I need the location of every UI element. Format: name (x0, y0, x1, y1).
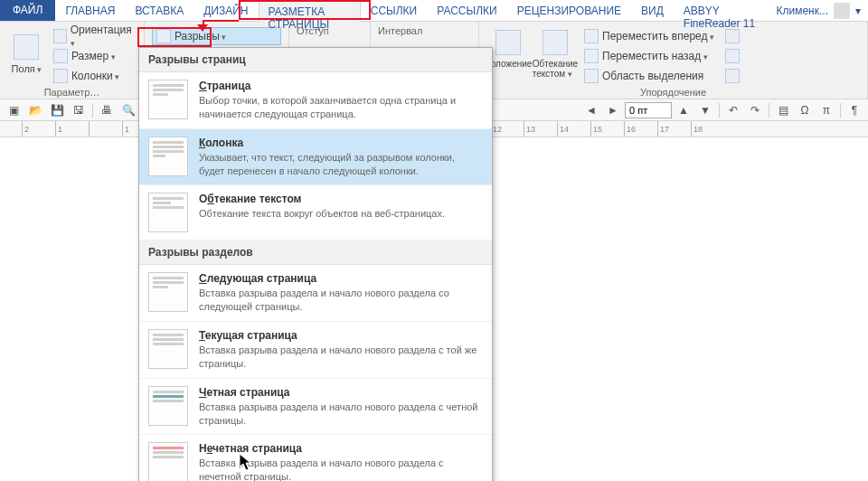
menu-desc: Вставка разрыва раздела и начало нового … (199, 457, 483, 481)
wrap-text-button[interactable]: Обтекание текстом (533, 25, 577, 83)
menu-title: Четная страница (199, 386, 483, 399)
selection-pane-button[interactable]: Область выделения (580, 67, 718, 85)
bring-forward-icon (584, 29, 599, 43)
tab-insert[interactable]: ВСТАВКА (125, 0, 193, 21)
menu-desc: Вставка разрыва раздела и начало нового … (199, 287, 483, 314)
qat-pilcrow-icon[interactable]: ¶ (844, 101, 864, 119)
tab-page-layout[interactable]: РАЗМЕТКА СТРАНИЦЫ (259, 1, 361, 22)
columns-button[interactable]: Колонки (50, 67, 137, 85)
qat-open-icon[interactable]: 📂 (25, 101, 45, 119)
ruler-mark: 1 (55, 121, 89, 137)
next-page-thumb (148, 272, 188, 312)
bring-forward-button[interactable]: Переместить вперед (580, 27, 718, 45)
ruler-mark: 15 (590, 121, 624, 137)
breaks-button[interactable]: Разрывы (152, 27, 281, 45)
separator (92, 103, 93, 118)
menu-desc: Вставка разрыва раздела и начало нового … (199, 344, 483, 371)
avatar (834, 3, 850, 19)
spacing-header: Интервал (378, 25, 471, 36)
menu-title: Нечетная страница (199, 442, 483, 455)
orientation-icon (53, 29, 67, 43)
rotate-icon (725, 69, 740, 83)
tab-references[interactable]: ССЫЛКИ (361, 0, 427, 21)
qat-preview-icon[interactable]: 🔍 (118, 101, 138, 119)
section-header-page-breaks: Разрывы страниц (139, 48, 492, 72)
group-button[interactable] (722, 47, 743, 65)
user-name: Клименк... (777, 5, 829, 17)
page-break-thumb (148, 80, 188, 119)
selection-pane-icon (584, 69, 599, 83)
menu-title: Текущая страница (199, 329, 483, 342)
group-icon (725, 49, 740, 63)
qat-omega-icon[interactable]: Ω (795, 101, 815, 119)
menu-desc: Обтекание текста вокруг объектов на веб-… (199, 207, 483, 221)
qat-up-icon[interactable]: ▲ (674, 101, 693, 119)
tab-abbyy[interactable]: ABBYY FineReader 11 (674, 0, 769, 21)
ruler-mark: 17 (657, 121, 691, 137)
tab-home[interactable]: ГЛАВНАЯ (55, 0, 125, 21)
qat-new-icon[interactable]: ▣ (4, 101, 24, 119)
menu-item-page-break[interactable]: Страница Выбор точки, в которой заканчив… (139, 72, 492, 129)
qat-redo-icon[interactable]: ↷ (745, 101, 765, 119)
column-break-thumb (148, 137, 188, 176)
columns-icon (53, 69, 68, 83)
menu-title: Обтекание текстом (199, 193, 483, 205)
page-setup-group-label: Параметр… (7, 85, 137, 98)
menu-desc: Вставка разрыва раздела и начало нового … (199, 401, 483, 428)
menu-item-column-break[interactable]: Колонка Указывает, что текст, следующий … (139, 129, 492, 186)
tab-design[interactable]: ДИЗАЙН (193, 0, 258, 21)
chevron-down-icon: ▾ (855, 5, 861, 17)
menu-item-odd-page[interactable]: Нечетная страница Вставка разрыва раздел… (139, 435, 492, 481)
breaks-icon (156, 29, 171, 43)
ruler-mark: 18 (691, 121, 724, 137)
ruler-mark: 14 (557, 121, 590, 137)
separator (719, 103, 720, 118)
separator (840, 103, 841, 118)
position-icon (495, 30, 521, 55)
menu-item-even-page[interactable]: Четная страница Вставка разрыва раздела … (139, 379, 492, 436)
align-icon (725, 29, 740, 43)
user-area[interactable]: Клименк... ▾ (769, 0, 869, 21)
wrap-text-icon (542, 30, 568, 55)
send-backward-button[interactable]: Переместить назад (580, 47, 718, 65)
margins-label: Поля (12, 63, 42, 74)
tab-review[interactable]: РЕЦЕНЗИРОВАНИЕ (507, 0, 631, 21)
spacing-input[interactable] (625, 102, 672, 118)
menu-item-continuous[interactable]: Текущая страница Вставка разрыва раздела… (139, 322, 492, 379)
send-backward-icon (584, 49, 599, 63)
menu-desc: Указывает, что текст, следующий за разры… (199, 151, 483, 178)
qat-undo-icon[interactable]: ↶ (723, 101, 743, 119)
tab-strip: ФАЙЛ ГЛАВНАЯ ВСТАВКА ДИЗАЙН РАЗМЕТКА СТР… (0, 0, 868, 22)
position-button[interactable]: Положение (486, 25, 530, 83)
menu-title: Следующая страница (199, 272, 483, 285)
ruler-mark: 16 (624, 121, 657, 137)
odd-page-thumb (148, 442, 188, 481)
ruler-mark: 13 (524, 121, 557, 137)
menu-title: Колонка (199, 137, 483, 149)
tab-file[interactable]: ФАЙЛ (0, 0, 55, 21)
qat-saveas-icon[interactable]: 🖫 (69, 101, 89, 119)
qat-prev-icon[interactable]: ◄ (581, 101, 601, 119)
continuous-thumb (148, 329, 188, 369)
breaks-dropdown: Разрывы страниц Страница Выбор точки, в … (138, 47, 493, 481)
menu-item-text-wrap-break[interactable]: Обтекание текстом Обтекание текста вокру… (139, 185, 492, 240)
rotate-button[interactable] (722, 67, 743, 85)
menu-desc: Выбор точки, в которой заканчивается одн… (199, 94, 483, 121)
qat-print-icon[interactable]: 🖶 (97, 101, 117, 119)
separator (769, 103, 769, 118)
menu-item-next-page[interactable]: Следующая страница Вставка разрыва разде… (139, 265, 492, 322)
qat-next-icon[interactable]: ► (603, 101, 623, 119)
ruler-mark: 2 (22, 121, 55, 137)
qat-book-icon[interactable]: ▤ (773, 101, 793, 119)
qat-save-icon[interactable]: 💾 (47, 101, 67, 119)
margins-button[interactable]: Поля (7, 25, 46, 83)
margins-icon (14, 34, 39, 60)
orientation-button[interactable]: Ориентация (50, 27, 137, 45)
even-page-thumb (148, 386, 188, 426)
qat-down-icon[interactable]: ▼ (695, 101, 715, 119)
size-button[interactable]: Размер (50, 47, 137, 65)
tab-view[interactable]: ВИД (631, 0, 674, 21)
align-button[interactable] (722, 27, 743, 45)
qat-pi-icon[interactable]: π (816, 101, 836, 119)
tab-mailings[interactable]: РАССЫЛКИ (427, 0, 506, 21)
